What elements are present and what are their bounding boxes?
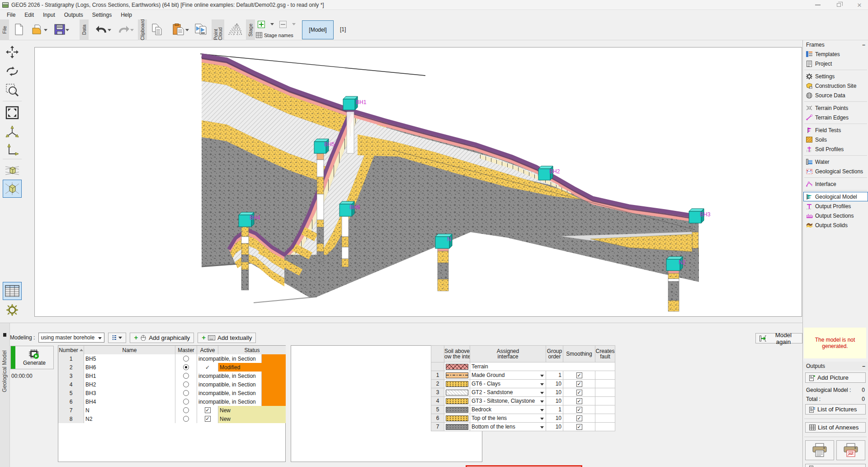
- redo-button[interactable]: [114, 21, 134, 38]
- minimize-button[interactable]: [807, 0, 828, 10]
- print-button[interactable]: [805, 440, 834, 460]
- creates-fault-cell[interactable]: [595, 380, 615, 388]
- new-file-button[interactable]: [11, 21, 27, 38]
- interface-dropdown[interactable]: GT6 - Clays: [470, 380, 546, 388]
- frame-item-soils[interactable]: Soils: [803, 135, 868, 144]
- menu-edit[interactable]: Edit: [20, 11, 38, 19]
- interface-dropdown[interactable]: GT2 - Sandstone: [470, 388, 546, 397]
- interface-dropdown[interactable]: Made Ground: [470, 371, 546, 380]
- frame-item-geological-model[interactable]: Geological Model: [803, 192, 868, 201]
- frame-item-templates[interactable]: Templates: [803, 49, 868, 59]
- table-row[interactable]: 1 Made Ground 1: [431, 371, 615, 380]
- table-row[interactable]: 4 GT3 - Siltstone, Claystone 10: [431, 397, 615, 405]
- stage-names-toggle[interactable]: Stage names: [256, 32, 293, 38]
- table-row[interactable]: 4 BH2 incompatible, in Section: [58, 380, 285, 389]
- table-row[interactable]: 2 GT6 - Clays 10: [431, 380, 615, 388]
- creates-fault-cell[interactable]: [595, 388, 615, 397]
- creates-fault-cell[interactable]: [595, 397, 615, 405]
- table-view-button[interactable]: [3, 282, 22, 300]
- frame-item-geological-sections[interactable]: Geological Sections: [803, 167, 868, 176]
- menu-file[interactable]: File: [3, 11, 19, 19]
- add-picture-button[interactable]: Add Picture: [805, 372, 866, 383]
- settings-view-button[interactable]: [3, 301, 22, 319]
- copy-button[interactable]: [149, 21, 165, 38]
- pan-tool-button[interactable]: [3, 43, 22, 61]
- copy-view-button[interactable]: Copy view: [805, 464, 866, 467]
- model-again-button[interactable]: Model again: [755, 333, 802, 343]
- output-sections-icon: [806, 212, 813, 219]
- generate-button[interactable]: Generate: [10, 346, 54, 369]
- frame-item-terrain-edges[interactable]: Terrain Edges: [803, 113, 868, 122]
- frame-item-construction-site[interactable]: Construction Site: [803, 81, 868, 91]
- add-graphically-button[interactable]: + Add graphically: [130, 333, 194, 343]
- remove-stage-button[interactable]: [278, 19, 288, 29]
- fit-to-window-button[interactable]: [3, 104, 22, 122]
- model-stage-button[interactable]: [Model]: [302, 20, 334, 39]
- table-row[interactable]: 5 Bedrock 1: [431, 405, 615, 414]
- modeling-mode-select[interactable]: using master borehole: [38, 333, 104, 343]
- list-of-pictures-button[interactable]: List of Pictures: [805, 404, 866, 415]
- borehole-list-menu-button[interactable]: [108, 333, 126, 343]
- undo-button[interactable]: [91, 21, 111, 38]
- creates-fault-cell[interactable]: [595, 405, 615, 414]
- table-row[interactable]: 3 BH1 incompatible, in Section: [58, 372, 285, 380]
- table-row[interactable]: 2 BH6 Modified: [58, 363, 285, 372]
- table-row[interactable]: 3 GT2 - Sandstone 10: [431, 388, 615, 397]
- frames-minimize-button[interactable]: –: [862, 42, 865, 48]
- axonometry-axes-button[interactable]: [3, 123, 22, 141]
- model-status-message: The model is not generated.: [804, 328, 866, 358]
- list-of-annexes-button[interactable]: List of Annexes: [805, 422, 866, 433]
- menu-outputs[interactable]: Outputs: [60, 11, 87, 19]
- frame-item-project[interactable]: Project: [803, 59, 868, 68]
- model-viewport[interactable]: BH1 BH5 BH6 BH4 BH2 BH3 N N2: [34, 47, 802, 317]
- table-row[interactable]: 6 BH4 incompatible, in Section: [58, 397, 285, 406]
- creates-fault-cell[interactable]: [595, 423, 615, 431]
- frame-item-field-tests[interactable]: Field Tests: [803, 125, 868, 135]
- add-stage-button[interactable]: [256, 19, 267, 29]
- terrain-row[interactable]: Terrain: [431, 362, 615, 371]
- table-row[interactable]: 6 Top of the lens 10: [431, 414, 615, 423]
- print-selection-button[interactable]: [836, 440, 865, 460]
- frame-item-output-profiles[interactable]: Output Profiles: [803, 201, 868, 211]
- menu-input[interactable]: Input: [39, 11, 59, 19]
- creates-fault-cell[interactable]: [595, 371, 615, 380]
- frame-item-interface[interactable]: Interface: [803, 179, 868, 189]
- close-button[interactable]: ✕: [849, 0, 868, 10]
- frame-item-terrain-points[interactable]: Terrain Points: [803, 103, 868, 113]
- zoom-select-tool-button[interactable]: [3, 81, 22, 99]
- frame-item-output-sections[interactable]: Output Sections: [803, 211, 868, 220]
- axonometric-view-button[interactable]: [3, 180, 22, 198]
- add-stage-caret[interactable]: [270, 23, 274, 25]
- plan-axes-button[interactable]: [3, 141, 22, 159]
- frame-item-soil-profiles[interactable]: Soil Profiles: [803, 144, 868, 154]
- table-row[interactable]: 7 Bottom of the lens 10: [431, 423, 615, 431]
- frame-item-water[interactable]: Water: [803, 157, 868, 167]
- outputs-minimize-button[interactable]: –: [862, 363, 865, 369]
- open-file-button[interactable]: [28, 21, 48, 38]
- panel-grip[interactable]: [3, 333, 6, 337]
- table-row[interactable]: 8 N2 New: [58, 415, 285, 423]
- interface-dropdown[interactable]: GT3 - Siltstone, Claystone: [470, 397, 546, 405]
- save-file-button[interactable]: [50, 21, 70, 38]
- table-row[interactable]: 7 N New: [58, 406, 285, 415]
- frame-item-output-solids[interactable]: Output Solids: [803, 220, 868, 230]
- interface-dropdown[interactable]: Bottom of the lens: [470, 423, 546, 431]
- frame-item-settings[interactable]: Settings: [803, 71, 868, 81]
- add-textually-button[interactable]: + Add textually: [198, 333, 256, 343]
- borehole-label: N: [447, 236, 451, 243]
- table-row[interactable]: 5 BH3 incompatible, in Section: [58, 389, 285, 397]
- restore-button[interactable]: [828, 0, 849, 10]
- point-cloud-button[interactable]: [226, 21, 244, 38]
- menu-settings[interactable]: Settings: [88, 11, 116, 19]
- table-row[interactable]: 1 BH5 incompatible, in Section: [58, 354, 285, 363]
- frame-item-source-data[interactable]: Source Data: [803, 91, 868, 100]
- menu-help[interactable]: Help: [117, 11, 136, 19]
- interface-dropdown[interactable]: Top of the lens: [470, 414, 546, 423]
- creates-fault-cell[interactable]: [595, 414, 615, 423]
- rotate-tool-button[interactable]: [3, 62, 22, 80]
- paste-special-button[interactable]: [192, 21, 210, 38]
- perspective-view-button[interactable]: [3, 162, 22, 180]
- paste-button[interactable]: [168, 21, 189, 38]
- geological-model-side-tab[interactable]: Geological Model: [0, 323, 10, 467]
- interface-dropdown[interactable]: Bedrock: [470, 405, 546, 414]
